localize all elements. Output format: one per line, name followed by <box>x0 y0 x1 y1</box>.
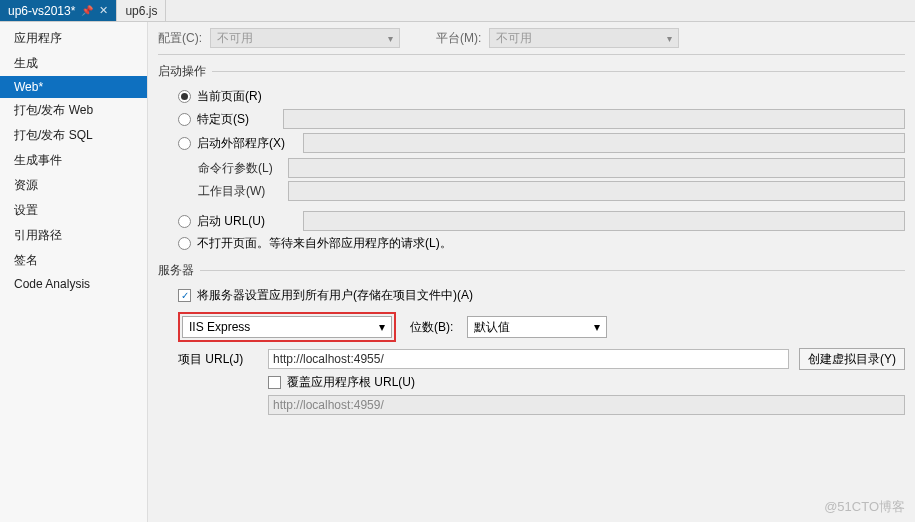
cmd-args-input[interactable] <box>288 158 905 178</box>
sidebar-item-pack-sql[interactable]: 打包/发布 SQL <box>0 123 147 148</box>
highlight-box: IIS Express ▾ <box>178 312 396 342</box>
project-url-input[interactable] <box>268 349 789 369</box>
section-start: 启动操作 <box>158 63 905 80</box>
document-tabs: up6-vs2013* 📌 ✕ up6.js <box>0 0 915 22</box>
check-label: 覆盖应用程序根 URL(U) <box>287 374 415 391</box>
platform-label: 平台(M): <box>436 30 481 47</box>
start-url-input[interactable] <box>303 211 905 231</box>
workdir-label: 工作目录(W) <box>198 183 278 200</box>
create-vdir-button[interactable]: 创建虚拟目录(Y) <box>799 348 905 370</box>
check-override-root[interactable] <box>268 376 281 389</box>
sidebar-item-build[interactable]: 生成 <box>0 51 147 76</box>
tab-up6-js[interactable]: up6.js <box>117 0 166 21</box>
sidebar-item-settings[interactable]: 设置 <box>0 198 147 223</box>
cmd-args-label: 命令行参数(L) <box>198 160 278 177</box>
sidebar-item-refpaths[interactable]: 引用路径 <box>0 223 147 248</box>
config-combo: 不可用 ▾ <box>210 28 400 48</box>
tab-label: up6-vs2013* <box>8 4 75 18</box>
watermark: @51CTO博客 <box>824 498 905 516</box>
sidebar-item-web[interactable]: Web* <box>0 76 147 98</box>
radio-start-url[interactable] <box>178 215 191 228</box>
chevron-down-icon: ▾ <box>667 33 672 44</box>
chevron-down-icon: ▾ <box>388 33 393 44</box>
radio-label: 不打开页面。等待来自外部应用程序的请求(L)。 <box>197 235 452 252</box>
section-server: 服务器 <box>158 262 905 279</box>
sidebar-item-build-events[interactable]: 生成事件 <box>0 148 147 173</box>
sidebar-item-code-analysis[interactable]: Code Analysis <box>0 273 147 295</box>
radio-current-page[interactable] <box>178 90 191 103</box>
radio-label: 当前页面(R) <box>197 88 262 105</box>
check-apply-all[interactable] <box>178 289 191 302</box>
radio-label: 启动 URL(U) <box>197 213 297 230</box>
pin-icon[interactable]: 📌 <box>81 5 93 16</box>
workdir-input[interactable] <box>288 181 905 201</box>
radio-label: 启动外部程序(X) <box>197 135 297 152</box>
config-label: 配置(C): <box>158 30 202 47</box>
sidebar-item-signing[interactable]: 签名 <box>0 248 147 273</box>
bits-label: 位数(B): <box>410 319 453 336</box>
radio-specific-page[interactable] <box>178 113 191 126</box>
sidebar-item-app[interactable]: 应用程序 <box>0 26 147 51</box>
bits-combo[interactable]: 默认值 ▾ <box>467 316 607 338</box>
project-url-label: 项目 URL(J) <box>178 351 258 368</box>
main-panel: 配置(C): 不可用 ▾ 平台(M): 不可用 ▾ 启动操作 当前页面(R) <box>148 22 915 522</box>
radio-no-open[interactable] <box>178 237 191 250</box>
specific-page-input[interactable] <box>283 109 905 129</box>
sidebar: 应用程序 生成 Web* 打包/发布 Web 打包/发布 SQL 生成事件 资源… <box>0 22 148 522</box>
tab-up6-vs2013[interactable]: up6-vs2013* 📌 ✕ <box>0 0 117 21</box>
platform-combo: 不可用 ▾ <box>489 28 679 48</box>
override-root-input[interactable] <box>268 395 905 415</box>
external-program-input[interactable] <box>303 133 905 153</box>
sidebar-item-pack-web[interactable]: 打包/发布 Web <box>0 98 147 123</box>
radio-external-program[interactable] <box>178 137 191 150</box>
close-icon[interactable]: ✕ <box>99 4 108 17</box>
chevron-down-icon: ▾ <box>379 320 385 334</box>
sidebar-item-resources[interactable]: 资源 <box>0 173 147 198</box>
check-label: 将服务器设置应用到所有用户(存储在项目文件中)(A) <box>197 287 473 304</box>
radio-label: 特定页(S) <box>197 111 277 128</box>
chevron-down-icon: ▾ <box>594 320 600 334</box>
server-type-combo[interactable]: IIS Express ▾ <box>182 316 392 338</box>
tab-label: up6.js <box>125 4 157 18</box>
